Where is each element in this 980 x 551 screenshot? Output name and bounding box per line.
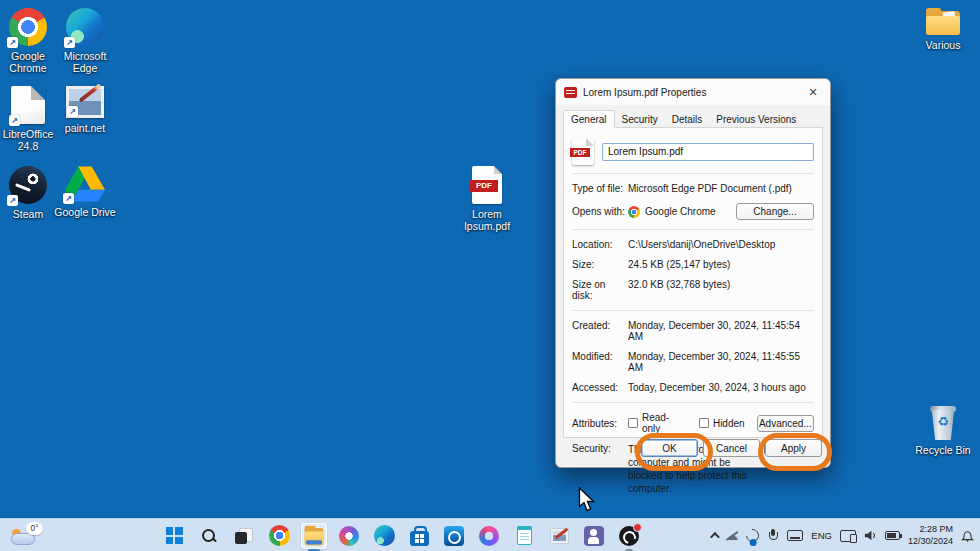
shortcut-arrow-icon bbox=[63, 193, 74, 204]
clock-time: 2:28 PM bbox=[908, 524, 953, 535]
apply-button[interactable]: Apply bbox=[765, 439, 822, 457]
desktop-icon-label: Google Drive bbox=[53, 206, 117, 218]
desktop-icon-google-drive[interactable]: Google Drive bbox=[53, 166, 117, 218]
paint-net-icon bbox=[551, 529, 568, 543]
desktop-icon-paint-net[interactable]: paint.net bbox=[53, 86, 117, 134]
microphone-icon[interactable] bbox=[767, 529, 779, 543]
taskbar-copilot[interactable] bbox=[336, 523, 362, 549]
paint-net-icon bbox=[66, 86, 104, 118]
separator bbox=[572, 229, 814, 230]
tab-previous-versions[interactable]: Previous Versions bbox=[709, 111, 803, 127]
search-button[interactable] bbox=[196, 523, 222, 549]
notifications-bell-icon[interactable] bbox=[961, 529, 974, 542]
taskbar: 0° bbox=[0, 518, 980, 551]
general-tab-page: PDF Type of file: Microsoft Edge PDF Doc… bbox=[563, 128, 823, 438]
file-name-input[interactable] bbox=[602, 143, 814, 161]
tab-details[interactable]: Details bbox=[665, 111, 710, 127]
dialog-tabstrip: General Security Details Previous Versio… bbox=[563, 109, 823, 128]
search-icon bbox=[201, 528, 217, 544]
shortcut-arrow-icon bbox=[7, 195, 18, 206]
pdf-file-icon: PDF bbox=[472, 166, 502, 204]
edge-icon bbox=[66, 8, 104, 46]
accessed-label: Accessed: bbox=[572, 382, 628, 393]
onedrive-paused-icon[interactable]: ☁ bbox=[725, 529, 738, 542]
desktop-icon-label: Microsoft Edge bbox=[53, 50, 117, 75]
taskbar-file-explorer[interactable] bbox=[301, 523, 327, 549]
volume-icon[interactable] bbox=[864, 529, 877, 542]
desktop-icon-microsoft-edge[interactable]: Microsoft Edge bbox=[53, 8, 117, 75]
task-view-icon bbox=[235, 528, 253, 544]
notification-dot bbox=[633, 523, 642, 532]
file-explorer-icon bbox=[305, 526, 324, 545]
close-icon[interactable]: ✕ bbox=[804, 83, 822, 101]
security-label: Security: bbox=[572, 443, 628, 454]
dialog-titlebar[interactable]: Lorem Ipsum.pdf Properties ✕ bbox=[556, 79, 830, 105]
change-button[interactable]: Change... bbox=[736, 203, 814, 220]
separator bbox=[572, 310, 814, 311]
folder-icon bbox=[926, 8, 960, 35]
pdf-mini-icon bbox=[564, 87, 577, 98]
desktop-icon-label: paint.net bbox=[53, 122, 117, 134]
taskbar-notepad[interactable] bbox=[511, 523, 537, 549]
taskbar-paint-net[interactable] bbox=[546, 523, 572, 549]
battery-icon[interactable] bbox=[885, 531, 900, 540]
opens-with-value: Google Chrome bbox=[645, 206, 716, 217]
ok-button[interactable]: OK bbox=[641, 439, 698, 457]
google-drive-icon bbox=[65, 166, 105, 202]
separator bbox=[572, 402, 814, 403]
hidden-checkbox[interactable]: Hidden bbox=[699, 418, 745, 429]
outlook-icon bbox=[444, 526, 464, 546]
task-view-button[interactable] bbox=[231, 523, 257, 549]
microsoft-365-icon bbox=[479, 526, 499, 546]
type-of-file-label: Type of file: bbox=[572, 183, 628, 194]
touch-keyboard-icon[interactable] bbox=[787, 530, 803, 541]
advanced-button[interactable]: Advanced... bbox=[757, 415, 814, 432]
language-indicator[interactable]: ENG bbox=[811, 530, 832, 541]
temperature-badge: 0° bbox=[26, 522, 43, 535]
size-on-disk-label: Size on disk: bbox=[572, 279, 628, 301]
location-label: Location: bbox=[572, 239, 628, 250]
size-value: 24.5 KB (25,147 bytes) bbox=[628, 259, 814, 270]
desktop-icon-various-folder[interactable]: Various bbox=[913, 8, 973, 51]
taskbar-obs[interactable] bbox=[616, 523, 642, 549]
dialog-title: Lorem Ipsum.pdf Properties bbox=[583, 87, 804, 98]
read-only-checkbox[interactable]: Read-only bbox=[628, 412, 687, 434]
size-on-disk-value: 32.0 KB (32,768 bytes) bbox=[628, 279, 814, 290]
notepad-icon bbox=[517, 526, 532, 545]
taskbar-microsoft-365[interactable] bbox=[476, 523, 502, 549]
shortcut-arrow-icon bbox=[67, 106, 78, 117]
taskbar-microsoft-store[interactable] bbox=[406, 523, 432, 549]
taskbar-edge[interactable] bbox=[371, 523, 397, 549]
tray-chevron-up-icon[interactable] bbox=[710, 532, 720, 542]
taskbar-outlook[interactable] bbox=[441, 523, 467, 549]
accessed-value: Today, December 30, 2024, 3 hours ago bbox=[628, 382, 814, 393]
size-label: Size: bbox=[572, 259, 628, 270]
clock[interactable]: 2:28 PM 12/30/2024 bbox=[908, 524, 953, 547]
edge-icon bbox=[374, 525, 395, 546]
cast-display-icon[interactable] bbox=[840, 530, 856, 542]
shortcut-arrow-icon bbox=[64, 37, 75, 48]
desktop-icon-google-chrome[interactable]: Google Chrome bbox=[0, 8, 60, 75]
hidden-label: Hidden bbox=[713, 418, 745, 429]
location-value: C:\Users\danij\OneDrive\Desktop bbox=[628, 239, 814, 250]
weather-widget[interactable]: 0° bbox=[10, 522, 50, 549]
start-button[interactable] bbox=[161, 523, 187, 549]
desktop-icon-recycle-bin[interactable]: ♻ Recycle Bin bbox=[911, 406, 975, 456]
windows-update-icon[interactable] bbox=[744, 526, 762, 544]
taskbar-teams[interactable] bbox=[581, 523, 607, 549]
desktop: Google Chrome Microsoft Edge LibreOffice… bbox=[0, 0, 980, 551]
modified-label: Modified: bbox=[572, 351, 628, 362]
tab-security[interactable]: Security bbox=[615, 111, 665, 127]
desktop-icon-steam[interactable]: Steam bbox=[0, 166, 60, 220]
desktop-icon-lorem-ipsum-pdf[interactable]: PDF Lorem Ipsum.pdf bbox=[455, 166, 519, 233]
desktop-icon-label: Google Chrome bbox=[0, 50, 60, 75]
desktop-icon-libreoffice[interactable]: LibreOffice 24.8 bbox=[0, 86, 60, 153]
system-tray: ☁ ENG 2:28 PM 12/30/2024 bbox=[710, 519, 974, 551]
recycle-bin-icon: ♻ bbox=[929, 406, 957, 440]
attributes-label: Attributes: bbox=[572, 418, 628, 429]
properties-dialog: Lorem Ipsum.pdf Properties ✕ General Sec… bbox=[555, 78, 831, 468]
taskbar-chrome[interactable] bbox=[266, 523, 292, 549]
desktop-icon-label: LibreOffice 24.8 bbox=[0, 128, 60, 153]
cancel-button[interactable]: Cancel bbox=[703, 439, 760, 457]
tab-general[interactable]: General bbox=[563, 110, 615, 128]
